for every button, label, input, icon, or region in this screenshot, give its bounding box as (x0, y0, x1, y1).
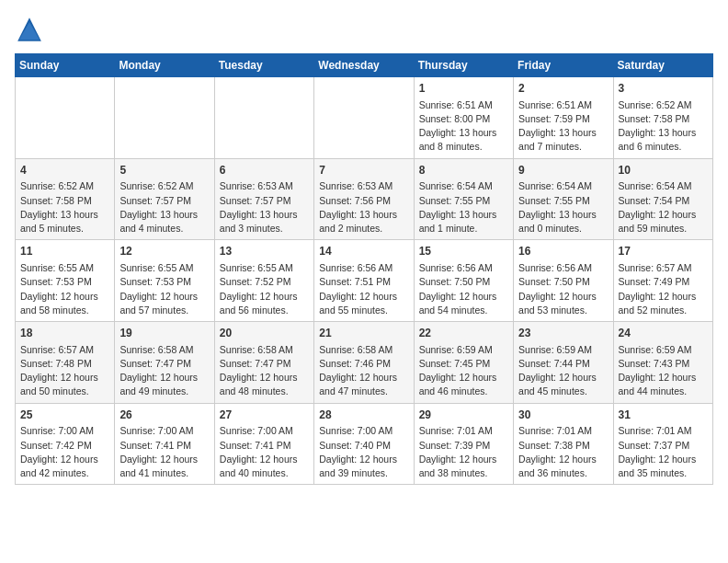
calendar-cell: 16Sunrise: 6:56 AM Sunset: 7:50 PM Dayli… (514, 240, 613, 322)
calendar-week-4: 18Sunrise: 6:57 AM Sunset: 7:48 PM Dayli… (16, 322, 713, 404)
day-info: Sunrise: 7:01 AM Sunset: 7:39 PM Dayligh… (419, 424, 508, 480)
day-number: 1 (419, 81, 508, 97)
day-info: Sunrise: 6:54 AM Sunset: 7:55 PM Dayligh… (518, 179, 608, 236)
calendar-table: SundayMondayTuesdayWednesdayThursdayFrid… (15, 53, 713, 485)
day-info: Sunrise: 6:59 AM Sunset: 7:43 PM Dayligh… (619, 343, 708, 399)
day-number: 15 (419, 244, 508, 259)
day-number: 18 (20, 326, 109, 341)
day-number: 29 (419, 408, 508, 423)
day-info: Sunrise: 7:01 AM Sunset: 7:38 PM Dayligh… (518, 424, 608, 480)
day-number: 6 (220, 163, 309, 178)
day-number: 8 (419, 163, 508, 178)
day-info: Sunrise: 7:00 AM Sunset: 7:41 PM Dayligh… (220, 424, 309, 480)
calendar-cell: 25Sunrise: 7:00 AM Sunset: 7:42 PM Dayli… (16, 403, 115, 485)
day-info: Sunrise: 7:00 AM Sunset: 7:40 PM Dayligh… (319, 424, 408, 480)
calendar-cell: 21Sunrise: 6:58 AM Sunset: 7:46 PM Dayli… (314, 322, 414, 404)
calendar-cell (16, 77, 115, 159)
day-of-week-monday: Monday (115, 54, 214, 77)
calendar-cell: 8Sunrise: 6:54 AM Sunset: 7:55 PM Daylig… (414, 158, 513, 240)
day-number: 11 (20, 244, 109, 259)
day-info: Sunrise: 6:56 AM Sunset: 7:50 PM Dayligh… (419, 261, 508, 317)
day-number: 3 (619, 81, 708, 97)
calendar-cell (214, 77, 313, 159)
calendar-week-1: 1Sunrise: 6:51 AM Sunset: 8:00 PM Daylig… (16, 77, 713, 159)
day-number: 2 (518, 81, 608, 97)
calendar-cell: 20Sunrise: 6:58 AM Sunset: 7:47 PM Dayli… (214, 322, 313, 404)
day-info: Sunrise: 6:55 AM Sunset: 7:53 PM Dayligh… (20, 261, 109, 317)
day-of-week-saturday: Saturday (613, 54, 712, 77)
day-number: 20 (220, 326, 309, 341)
calendar-cell: 3Sunrise: 6:52 AM Sunset: 7:58 PM Daylig… (613, 77, 712, 159)
calendar-week-2: 4Sunrise: 6:52 AM Sunset: 7:58 PM Daylig… (16, 158, 713, 240)
calendar-cell: 9Sunrise: 6:54 AM Sunset: 7:55 PM Daylig… (514, 158, 613, 240)
day-number: 24 (619, 326, 708, 341)
day-info: Sunrise: 6:52 AM Sunset: 7:58 PM Dayligh… (20, 179, 109, 236)
day-info: Sunrise: 6:51 AM Sunset: 7:59 PM Dayligh… (518, 98, 608, 155)
day-info: Sunrise: 6:56 AM Sunset: 7:51 PM Dayligh… (319, 261, 408, 317)
day-info: Sunrise: 6:53 AM Sunset: 7:56 PM Dayligh… (319, 179, 408, 236)
day-number: 12 (119, 244, 209, 259)
day-info: Sunrise: 6:59 AM Sunset: 7:44 PM Dayligh… (518, 343, 608, 399)
day-number: 25 (20, 408, 109, 423)
day-of-week-thursday: Thursday (414, 54, 513, 77)
svg-marker-1 (19, 22, 40, 40)
page-header (15, 15, 713, 44)
day-number: 7 (319, 163, 408, 178)
day-info: Sunrise: 6:55 AM Sunset: 7:52 PM Dayligh… (220, 261, 309, 317)
calendar-header: SundayMondayTuesdayWednesdayThursdayFrid… (16, 54, 713, 77)
day-info: Sunrise: 6:58 AM Sunset: 7:46 PM Dayligh… (319, 343, 408, 399)
calendar-cell: 26Sunrise: 7:00 AM Sunset: 7:41 PM Dayli… (115, 403, 214, 485)
day-info: Sunrise: 6:56 AM Sunset: 7:50 PM Dayligh… (518, 261, 608, 317)
calendar-cell: 12Sunrise: 6:55 AM Sunset: 7:53 PM Dayli… (115, 240, 214, 322)
calendar-cell: 28Sunrise: 7:00 AM Sunset: 7:40 PM Dayli… (314, 403, 414, 485)
day-info: Sunrise: 6:58 AM Sunset: 7:47 PM Dayligh… (220, 343, 309, 399)
calendar-cell: 1Sunrise: 6:51 AM Sunset: 8:00 PM Daylig… (414, 77, 513, 159)
day-of-week-friday: Friday (514, 54, 613, 77)
day-number: 30 (518, 408, 608, 423)
day-info: Sunrise: 6:57 AM Sunset: 7:49 PM Dayligh… (619, 261, 708, 317)
calendar-cell: 15Sunrise: 6:56 AM Sunset: 7:50 PM Dayli… (414, 240, 513, 322)
day-info: Sunrise: 7:01 AM Sunset: 7:37 PM Dayligh… (619, 424, 708, 480)
calendar-week-5: 25Sunrise: 7:00 AM Sunset: 7:42 PM Dayli… (16, 403, 713, 485)
day-number: 22 (419, 326, 508, 341)
calendar-cell: 24Sunrise: 6:59 AM Sunset: 7:43 PM Dayli… (613, 322, 712, 404)
calendar-cell (314, 77, 414, 159)
calendar-cell: 23Sunrise: 6:59 AM Sunset: 7:44 PM Dayli… (514, 322, 613, 404)
calendar-cell: 27Sunrise: 7:00 AM Sunset: 7:41 PM Dayli… (214, 403, 313, 485)
day-info: Sunrise: 6:54 AM Sunset: 7:55 PM Dayligh… (419, 179, 508, 236)
calendar-week-3: 11Sunrise: 6:55 AM Sunset: 7:53 PM Dayli… (16, 240, 713, 322)
day-number: 19 (119, 326, 209, 341)
day-number: 27 (220, 408, 309, 423)
day-info: Sunrise: 6:59 AM Sunset: 7:45 PM Dayligh… (419, 343, 508, 399)
calendar-cell: 13Sunrise: 6:55 AM Sunset: 7:52 PM Dayli… (214, 240, 313, 322)
day-number: 23 (518, 326, 608, 341)
day-info: Sunrise: 6:57 AM Sunset: 7:48 PM Dayligh… (20, 343, 109, 399)
day-info: Sunrise: 6:51 AM Sunset: 8:00 PM Dayligh… (419, 98, 508, 155)
day-of-week-tuesday: Tuesday (214, 54, 313, 77)
day-number: 4 (20, 163, 109, 178)
calendar-cell: 29Sunrise: 7:01 AM Sunset: 7:39 PM Dayli… (414, 403, 513, 485)
calendar-cell: 4Sunrise: 6:52 AM Sunset: 7:58 PM Daylig… (16, 158, 115, 240)
day-number: 14 (319, 244, 408, 259)
calendar-cell: 5Sunrise: 6:52 AM Sunset: 7:57 PM Daylig… (115, 158, 214, 240)
day-info: Sunrise: 6:52 AM Sunset: 7:57 PM Dayligh… (119, 179, 209, 236)
calendar-cell: 10Sunrise: 6:54 AM Sunset: 7:54 PM Dayli… (613, 158, 712, 240)
day-number: 5 (119, 163, 209, 178)
calendar-cell: 2Sunrise: 6:51 AM Sunset: 7:59 PM Daylig… (514, 77, 613, 159)
day-number: 31 (619, 408, 708, 423)
day-info: Sunrise: 6:52 AM Sunset: 7:58 PM Dayligh… (619, 98, 708, 155)
calendar-cell: 18Sunrise: 6:57 AM Sunset: 7:48 PM Dayli… (16, 322, 115, 404)
day-info: Sunrise: 6:58 AM Sunset: 7:47 PM Dayligh… (119, 343, 209, 399)
calendar-cell: 11Sunrise: 6:55 AM Sunset: 7:53 PM Dayli… (16, 240, 115, 322)
calendar-cell: 14Sunrise: 6:56 AM Sunset: 7:51 PM Dayli… (314, 240, 414, 322)
calendar-cell: 19Sunrise: 6:58 AM Sunset: 7:47 PM Dayli… (115, 322, 214, 404)
day-number: 26 (119, 408, 209, 423)
day-number: 21 (319, 326, 408, 341)
day-number: 28 (319, 408, 408, 423)
logo-icon (15, 15, 44, 44)
day-of-week-wednesday: Wednesday (314, 54, 414, 77)
calendar-cell: 17Sunrise: 6:57 AM Sunset: 7:49 PM Dayli… (613, 240, 712, 322)
day-number: 10 (619, 163, 708, 178)
day-info: Sunrise: 7:00 AM Sunset: 7:41 PM Dayligh… (119, 424, 209, 480)
calendar-body: 1Sunrise: 6:51 AM Sunset: 8:00 PM Daylig… (16, 77, 713, 485)
